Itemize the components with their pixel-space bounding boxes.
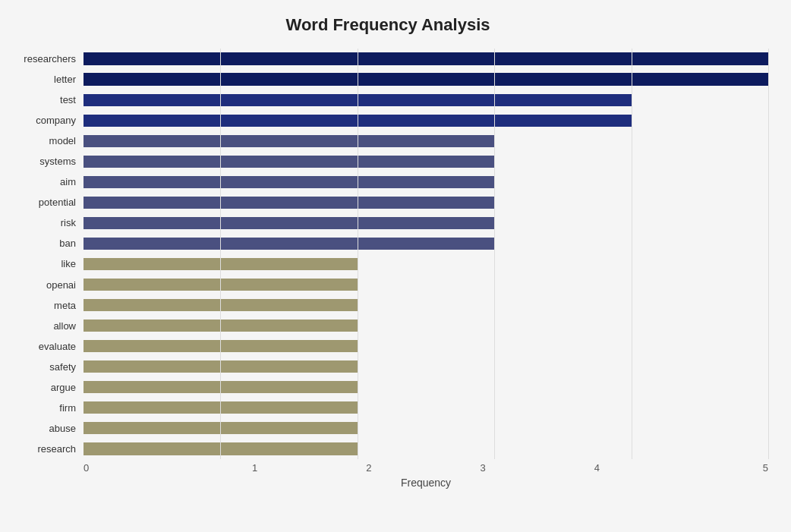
bar-fill	[84, 340, 358, 352]
bar-fill	[84, 360, 358, 373]
bar-track	[84, 115, 768, 127]
bar-fill	[84, 52, 768, 65]
bar-track	[84, 279, 768, 291]
bar-row: allow	[8, 316, 768, 336]
bar-label: research	[8, 443, 84, 455]
bar-track	[84, 299, 768, 311]
bar-fill	[84, 279, 358, 291]
bar-track	[84, 238, 768, 250]
bar-row: risk	[8, 212, 768, 233]
bar-label: aim	[8, 176, 84, 187]
bar-label: like	[8, 258, 84, 269]
bar-row: meta	[8, 295, 768, 316]
bar-label: ban	[8, 238, 84, 249]
chart-title: Word Frequency Analysis	[8, 15, 768, 35]
bar-row: researchers	[8, 49, 768, 69]
bar-label: letter	[8, 74, 84, 85]
x-axis-labels: 012345	[84, 462, 768, 474]
bar-track	[84, 422, 768, 434]
chart-container: Word Frequency Analysis researcherslette…	[0, 0, 791, 532]
bar-track	[84, 52, 768, 65]
bar-track	[84, 156, 768, 168]
bar-fill	[84, 299, 358, 311]
bar-fill	[84, 442, 358, 455]
bar-label: risk	[8, 217, 84, 228]
bar-label: safety	[8, 361, 84, 373]
bar-track	[84, 381, 768, 393]
bar-track	[84, 258, 768, 270]
bar-row: argue	[8, 377, 768, 398]
bar-label: firm	[8, 402, 84, 414]
bar-label: company	[8, 115, 84, 126]
bar-track	[84, 135, 768, 147]
x-tick-label: 4	[540, 462, 654, 474]
bar-chart: researcherslettertestcompanymodelsystems…	[8, 49, 768, 459]
bar-row: letter	[8, 69, 768, 90]
bar-row: evaluate	[8, 336, 768, 357]
bar-label: model	[8, 135, 84, 146]
bar-track	[84, 197, 768, 209]
bar-track	[84, 176, 768, 188]
bar-row: research	[8, 439, 768, 459]
bar-row: test	[8, 90, 768, 110]
x-tick-label: 1	[197, 462, 311, 474]
bar-track	[84, 442, 768, 455]
bar-label: allow	[8, 320, 84, 332]
bar-fill	[84, 258, 358, 270]
bar-row: model	[8, 131, 768, 151]
x-tick-label: 3	[426, 462, 540, 474]
bar-row: like	[8, 253, 768, 274]
bar-track	[84, 217, 768, 229]
bar-row: aim	[8, 172, 768, 192]
bar-label: abuse	[8, 423, 84, 434]
x-tick-label: 0	[84, 462, 197, 474]
bar-fill	[84, 73, 768, 85]
bar-label: potential	[8, 197, 84, 208]
x-axis-title: Frequency	[84, 477, 768, 489]
bar-row: openai	[8, 275, 768, 295]
bar-label: evaluate	[8, 341, 84, 352]
bar-label: researchers	[8, 53, 84, 65]
grid-line	[768, 49, 769, 459]
bar-fill	[84, 217, 494, 229]
x-tick-label: 5	[654, 462, 768, 474]
bar-row: ban	[8, 233, 768, 253]
bar-row: systems	[8, 151, 768, 172]
bar-track	[84, 94, 768, 106]
x-tick-label: 2	[312, 462, 426, 474]
bar-row: company	[8, 110, 768, 131]
bar-row: potential	[8, 192, 768, 212]
bar-track	[84, 360, 768, 373]
bar-fill	[84, 422, 358, 434]
bar-track	[84, 401, 768, 414]
bar-label: openai	[8, 279, 84, 291]
bar-label: systems	[8, 156, 84, 167]
bar-fill	[84, 115, 632, 127]
chart-area: researcherslettertestcompanymodelsystems…	[8, 49, 768, 459]
bar-row: firm	[8, 398, 768, 418]
bar-track	[84, 340, 768, 352]
bar-track	[84, 320, 768, 332]
bar-fill	[84, 381, 358, 393]
bar-fill	[84, 238, 494, 250]
bar-fill	[84, 176, 494, 188]
bar-row: safety	[8, 357, 768, 377]
bar-row: abuse	[8, 418, 768, 439]
bar-fill	[84, 135, 494, 147]
bar-fill	[84, 197, 494, 209]
bar-label: argue	[8, 382, 84, 393]
bar-label: meta	[8, 300, 84, 311]
bar-fill	[84, 156, 494, 168]
bar-fill	[84, 320, 358, 332]
bottom-section: 012345 Frequency	[84, 462, 768, 489]
bar-track	[84, 73, 768, 85]
bar-label: test	[8, 94, 84, 105]
bar-fill	[84, 94, 632, 106]
bar-fill	[84, 401, 358, 414]
